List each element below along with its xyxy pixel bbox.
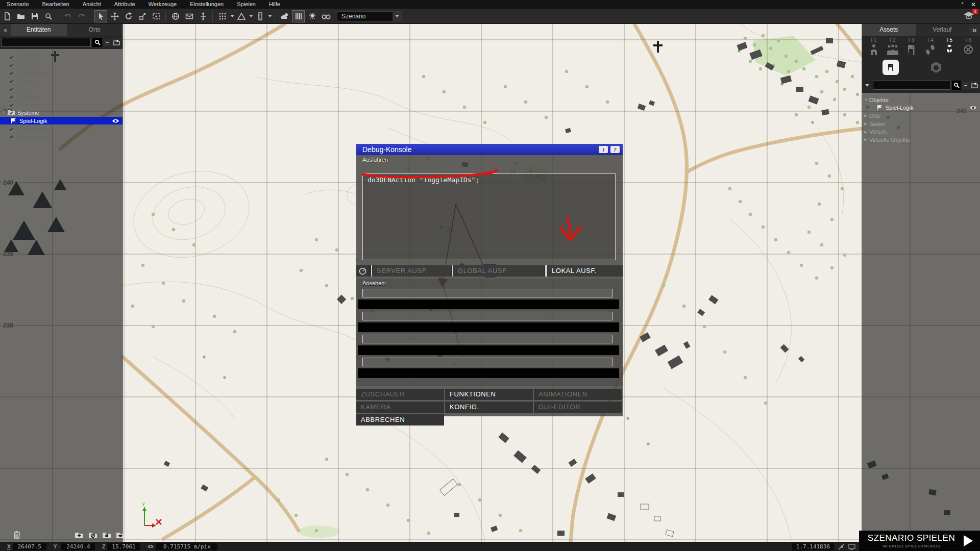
layer-disable-icon[interactable] <box>88 531 98 539</box>
visibility-eye-icon[interactable] <box>112 118 119 123</box>
collapse-all-icon[interactable]: − <box>104 39 111 46</box>
server-exec-button[interactable]: SERVER AUSF. <box>371 265 451 277</box>
surface-snap-icon[interactable] <box>235 10 248 22</box>
menu-spielen[interactable]: Spielen <box>230 0 262 9</box>
tab-verlauf[interactable]: Verlauf <box>916 24 969 36</box>
tab-assets[interactable]: Assets <box>862 24 916 36</box>
tree-item-zivilist[interactable]: Zivilist <box>0 77 122 85</box>
tree-item-systeme[interactable]: ▼Systeme <box>0 109 122 117</box>
messages-icon[interactable] <box>183 10 195 22</box>
category-markers[interactable]: F6 <box>959 37 978 55</box>
watch-input-1[interactable] <box>362 289 612 297</box>
phase-select[interactable]: Szenario <box>337 11 402 21</box>
performance-watch-icon[interactable] <box>356 265 369 277</box>
world-icon[interactable] <box>169 10 182 22</box>
tutorial-hints-icon[interactable]: ! <box>963 10 977 22</box>
category-units[interactable]: F1 <box>864 37 883 55</box>
play-scenario-button[interactable]: SZENARIO SPIELEN IM EINZELSPIELERMODUS <box>859 531 980 551</box>
scale-tool-icon[interactable] <box>136 10 149 22</box>
save-scenario-icon[interactable] <box>28 10 41 22</box>
game-logic-asset-button[interactable] <box>883 60 899 75</box>
area-select-icon[interactable] <box>150 10 162 22</box>
asset-search-icon[interactable] <box>952 81 961 90</box>
vertical-mode-icon[interactable] <box>197 10 209 22</box>
new-scenario-icon[interactable] <box>1 10 13 22</box>
translate-tool-icon[interactable] <box>108 10 121 22</box>
watch-input-4[interactable] <box>362 358 612 366</box>
close-icon[interactable]: ✕ <box>967 1 980 8</box>
redo-icon[interactable] <box>75 10 88 22</box>
phase-select-dropdown-icon[interactable] <box>393 12 402 21</box>
trash-icon[interactable] <box>12 531 21 539</box>
info-button[interactable]: i <box>599 146 608 153</box>
surface-snap-dropdown-icon[interactable] <box>249 15 253 17</box>
menu-szenario[interactable]: Szenario <box>0 0 35 9</box>
layer-visibility-icon[interactable] <box>115 531 126 539</box>
grid-snap-dropdown-icon[interactable] <box>230 15 234 17</box>
new-layer-icon[interactable] <box>112 38 121 46</box>
category-groups[interactable]: F2 <box>883 37 902 55</box>
gui-editor-button[interactable]: GUI-EDITOR <box>534 402 622 413</box>
tree-item-ausloeser[interactable]: Auslöser <box>0 101 122 109</box>
tree-item-opfor[interactable]: OPFOR <box>0 61 122 69</box>
grid-snap-icon[interactable] <box>216 10 229 22</box>
tree-item-markierungen[interactable]: Markierungen <box>0 124 122 133</box>
height-snap-icon[interactable] <box>254 10 266 22</box>
menu-ansicht[interactable]: Ansicht <box>76 0 108 9</box>
global-exec-button[interactable]: GLOBAL AUSF. <box>452 265 544 277</box>
weather-icon[interactable] <box>278 10 291 22</box>
asset-tree-versch[interactable]: ▶Versch. <box>862 128 980 136</box>
expand-sidebar-button[interactable]: » <box>969 24 980 36</box>
tree-item-kommentare[interactable]: Kommentare <box>0 133 122 141</box>
undo-icon[interactable] <box>61 10 74 22</box>
cancel-button[interactable]: ABBRECHEN <box>356 414 444 425</box>
category-systems[interactable]: F5 <box>940 37 959 55</box>
local-exec-button[interactable]: LOKAL AUSF. <box>545 265 622 277</box>
config-button[interactable]: KONFIG. <box>445 402 533 413</box>
category-waypoints[interactable]: F4 <box>921 37 940 55</box>
watch-input-2[interactable] <box>362 312 612 320</box>
collapse-sidebar-button[interactable]: « <box>0 24 11 36</box>
menu-bearbeiten[interactable]: Bearbeiten <box>35 0 76 9</box>
asset-search-input[interactable] <box>873 81 950 90</box>
menu-einstellungen[interactable]: Einstellungen <box>183 0 230 9</box>
watch-input-3[interactable] <box>362 335 612 343</box>
find-icon[interactable] <box>42 10 55 22</box>
asset-visibility-eye-icon[interactable] <box>969 105 977 110</box>
height-snap-dropdown-icon[interactable] <box>268 15 272 17</box>
category-triggers[interactable]: F3 <box>902 37 921 55</box>
menu-attribute[interactable]: Attribute <box>108 0 142 9</box>
animations-button[interactable]: ANIMATIONEN <box>534 389 622 400</box>
asset-tree-spiel-logik[interactable]: Spiel-Logik <box>862 104 980 112</box>
tab-orte[interactable]: Orte <box>67 24 123 36</box>
asset-tree-virtuelle-objekte[interactable]: ▶Virtuelle Objekte <box>862 136 980 144</box>
tree-item-blufor[interactable]: BLUFOR <box>0 53 122 61</box>
asset-tree-orte[interactable]: ▶Orte <box>862 112 980 120</box>
code-input[interactable]: do3DENAction "ToggleMapIDs"; <box>362 173 616 260</box>
select-tool-icon[interactable] <box>94 10 107 22</box>
asset-new-folder-icon[interactable] <box>970 81 978 89</box>
search-icon[interactable] <box>92 38 102 47</box>
map-textures-icon[interactable] <box>292 10 305 22</box>
entity-search-input[interactable] <box>2 38 91 47</box>
camera-button[interactable]: KAMERA <box>356 402 444 413</box>
spectator-button[interactable]: ZUSCHAUER <box>356 389 444 400</box>
rotate-tool-icon[interactable] <box>122 10 135 22</box>
tree-item-tierleben[interactable]: Tierleben <box>0 93 122 101</box>
layer-lock-icon[interactable] <box>102 531 112 539</box>
functions-button[interactable]: FUNKTIONEN <box>445 389 533 400</box>
visibility-icon[interactable] <box>320 10 332 22</box>
asset-collapse-all-icon[interactable]: − <box>962 82 969 89</box>
asset-tree-seiten[interactable]: ▶Seiten <box>862 120 980 128</box>
menu-hilfe[interactable]: Hilfe <box>262 0 287 9</box>
tree-item-spiel-logik[interactable]: Spiel-Logik <box>0 117 122 125</box>
add-layer-icon[interactable] <box>74 531 84 539</box>
tab-entitaeten[interactable]: Entitäten <box>11 24 67 36</box>
open-scenario-icon[interactable] <box>14 10 27 22</box>
lighting-icon[interactable] <box>306 10 318 22</box>
asset-filter-dropdown-icon[interactable] <box>864 81 871 89</box>
help-button[interactable]: ? <box>610 146 620 153</box>
modules-asset-button[interactable] <box>927 59 945 76</box>
tree-item-widerstand[interactable]: Widerstand <box>0 69 122 77</box>
menu-werkzeuge[interactable]: Werkzeuge <box>142 0 183 9</box>
